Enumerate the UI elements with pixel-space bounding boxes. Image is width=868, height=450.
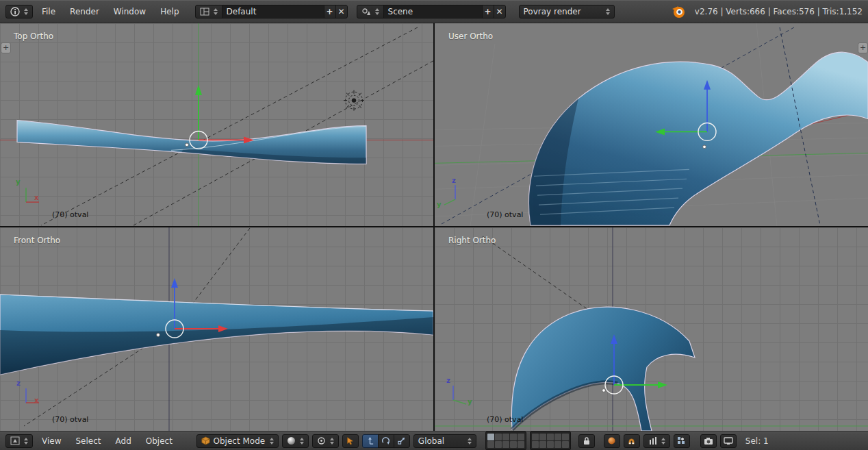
opengl-render-button[interactable] (700, 434, 717, 448)
layer-buttons-group-1[interactable] (485, 432, 526, 450)
gizmo-axis-z-label: z (452, 177, 456, 184)
screen-icon (724, 437, 733, 445)
scene-browse-button[interactable] (357, 5, 384, 18)
screen-layout-group: Default + ✕ (195, 5, 348, 18)
viewport-label: User Ortho (448, 32, 493, 41)
gizmo-axis-y-label: y (16, 179, 21, 186)
menu-select[interactable]: Select (70, 434, 106, 448)
shading-sphere-icon (287, 436, 296, 445)
manipulator-type-group (362, 434, 410, 448)
viewport-shading-dropdown[interactable] (282, 434, 309, 448)
menu-add[interactable]: Add (110, 434, 137, 448)
dropdown-arrows-icon (270, 438, 274, 445)
gizmo-axis-z-label: z (446, 377, 450, 384)
rotate-manipulator-button[interactable] (378, 434, 394, 448)
mesh-otval[interactable] (511, 307, 695, 431)
screen-layout-icon (200, 8, 209, 16)
constraint-dashed-lines (41, 27, 433, 225)
menu-help[interactable]: Help (155, 5, 184, 18)
translate-manipulator[interactable] (190, 85, 254, 149)
viewport-label: Front Ortho (14, 236, 60, 245)
view3d-editor-icon (10, 436, 20, 445)
lock-icon (583, 436, 591, 445)
dropdown-arrows-icon (214, 8, 218, 15)
blender-logo (671, 4, 686, 19)
translate-icon (366, 436, 374, 445)
object-mode-cube-icon (201, 436, 210, 445)
magnet-icon (627, 436, 636, 445)
object-origin-dot (602, 389, 606, 392)
region-expand-tab-right[interactable]: + (858, 42, 868, 53)
screen-layout-add-button[interactable]: + (324, 5, 336, 18)
menu-object[interactable]: Object (140, 434, 178, 448)
mode-dropdown[interactable]: Object Mode (196, 434, 279, 448)
dropdown-arrows-icon (24, 8, 28, 15)
viewport-canvas-user[interactable] (435, 23, 868, 226)
lock-to-scene-button[interactable] (578, 434, 595, 448)
blender-window: File Render Window Help Default + ✕ (0, 0, 868, 450)
pivot-icon (317, 436, 326, 445)
scene-statistics: v2.76 | Verts:666 | Faces:576 | Tris:1,1… (695, 7, 863, 16)
pivot-point-dropdown[interactable] (312, 434, 339, 448)
scene-delete-button[interactable]: ✕ (494, 5, 506, 18)
lamp-indicator[interactable] (344, 90, 364, 111)
object-label: (70) otval (487, 210, 523, 219)
manipulator-toggle-button[interactable] (342, 434, 359, 448)
snap-element-dropdown[interactable] (643, 434, 670, 448)
menu-view[interactable]: View (36, 434, 66, 448)
viewport-canvas-right[interactable] (435, 227, 868, 431)
dropdown-arrows-icon (661, 438, 665, 445)
viewport-canvas-top[interactable] (0, 23, 433, 226)
opengl-render-animation-button[interactable] (720, 434, 737, 448)
menu-render[interactable]: Render (64, 5, 105, 18)
viewport-label: Top Ortho (14, 32, 53, 41)
object-origin-dot (186, 143, 189, 147)
scene-name-field[interactable]: Scene (383, 5, 483, 18)
viewport-right[interactable]: Right Ortho (70) otval z y (435, 227, 868, 431)
gizmo-axis-y-label: y (437, 201, 442, 208)
snap-increment-icon (648, 436, 657, 445)
object-label: (70) otval (52, 210, 88, 219)
editor-type-button[interactable] (5, 434, 33, 448)
render-engine-label: Povray render (524, 7, 581, 16)
viewport-user[interactable]: User Ortho (70) otval z y (435, 23, 868, 226)
scale-manipulator-button[interactable] (394, 434, 410, 448)
screen-layout-browse-button[interactable] (195, 5, 222, 18)
dropdown-arrows-icon (330, 438, 334, 445)
center-points-icon (677, 436, 686, 445)
manipulate-center-points-button[interactable] (674, 434, 690, 448)
proportional-edit-button[interactable] (604, 434, 620, 448)
viewport-canvas-front[interactable] (0, 227, 433, 431)
selection-stats: Sel: 1 (745, 436, 769, 446)
gizmo-axis-y-label: y (468, 399, 472, 405)
viewport-top[interactable]: Top Ortho (70) otval y x (0, 23, 433, 226)
menu-file[interactable]: File (36, 5, 61, 18)
menu-window[interactable]: Window (108, 5, 151, 18)
region-expand-tab-left[interactable]: + (1, 42, 11, 53)
axis-gizmo (453, 386, 466, 404)
dropdown-arrows-icon (375, 8, 379, 15)
snap-toggle-button[interactable] (624, 434, 640, 448)
render-engine-dropdown[interactable]: Povray render (519, 5, 615, 18)
viewport-label: Right Ortho (448, 236, 496, 245)
gizmo-axis-z-label: z (16, 380, 21, 387)
object-label: (70) otval (52, 415, 88, 424)
object-label: (70) otval (487, 415, 523, 424)
scale-icon (397, 436, 406, 445)
viewport-front[interactable]: Front Ortho (70) otval z x (0, 227, 433, 431)
quad-view-area: Top Ortho (70) otval y x (0, 23, 868, 431)
manipulator-hand-icon (346, 436, 355, 445)
scene-add-button[interactable]: + (482, 5, 494, 18)
dropdown-arrows-icon (606, 8, 610, 15)
editor-type-info-button[interactable] (5, 5, 33, 18)
screen-layout-name-field[interactable]: Default (222, 5, 324, 18)
info-icon (10, 7, 20, 16)
translate-manipulator-button[interactable] (362, 434, 379, 448)
gizmo-axis-x-label: x (34, 195, 38, 201)
screen-layout-delete-button[interactable]: ✕ (335, 5, 348, 18)
layer-buttons-group-2[interactable] (530, 432, 571, 450)
proportional-circle-icon (607, 436, 616, 445)
rotate-icon (381, 436, 390, 445)
transform-orientation-dropdown[interactable]: Global (413, 434, 476, 448)
dropdown-arrows-icon (468, 438, 472, 445)
